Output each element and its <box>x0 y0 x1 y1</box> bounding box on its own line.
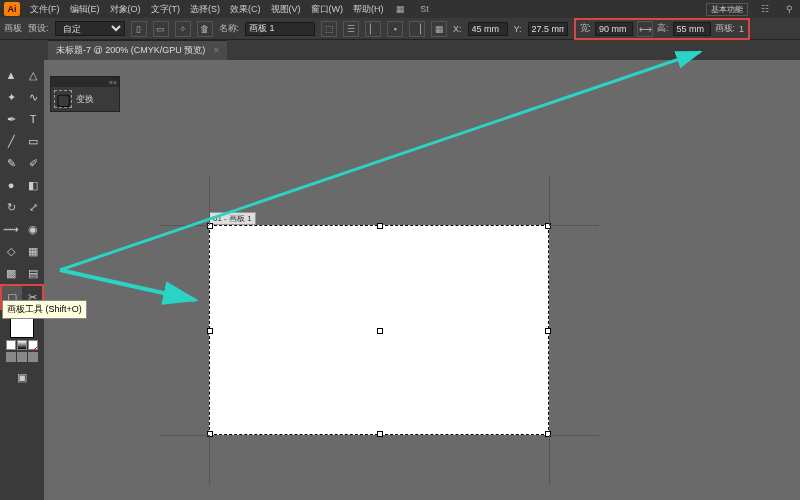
w-label: 宽: <box>580 22 592 35</box>
handle-tl[interactable] <box>207 223 213 229</box>
pen-tool[interactable]: ✒ <box>0 108 22 130</box>
scale-tool[interactable]: ⤢ <box>22 196 44 218</box>
artboard-name-input[interactable] <box>245 22 315 36</box>
x-label: X: <box>453 24 462 34</box>
artboard-selection <box>209 225 549 435</box>
preset-select[interactable]: 自定 <box>55 21 125 36</box>
width-tool[interactable]: ⟿ <box>0 218 22 240</box>
crop-mark <box>549 225 599 226</box>
menu-type[interactable]: 文字(T) <box>151 3 181 16</box>
rotate-tool[interactable]: ↻ <box>0 196 22 218</box>
artboards-label: 画板: <box>715 22 736 35</box>
stock-icon[interactable]: St <box>418 2 432 16</box>
align-l-icon[interactable]: ▏ <box>365 21 381 37</box>
handle-mr[interactable] <box>545 328 551 334</box>
warp-tool[interactable]: ◉ <box>22 218 44 240</box>
menu-object[interactable]: 对象(O) <box>110 3 141 16</box>
crop-mark <box>549 175 550 225</box>
y-label: Y: <box>514 24 522 34</box>
pencil-tool[interactable]: ✐ <box>22 152 44 174</box>
mesh-tool[interactable]: ▩ <box>0 262 22 284</box>
shapebuilder-tool[interactable]: ◇ <box>0 240 22 262</box>
screenmode-icon[interactable]: ▣ <box>11 366 33 388</box>
menu-window[interactable]: 窗口(W) <box>311 3 344 16</box>
crop-mark <box>209 175 210 225</box>
toolbox: ▲△ ✦∿ ✒T ╱▭ ✎✐ ●◧ ↻⤢ ⟿◉ ◇▦ ▩▤ ▢✂ 画板工具 (S… <box>0 60 44 500</box>
align-c-icon[interactable]: ▪ <box>387 21 403 37</box>
h-label: 高: <box>657 22 669 35</box>
handle-br[interactable] <box>545 431 551 437</box>
drawmode-behind-icon[interactable] <box>17 352 27 362</box>
panel-close-icon[interactable]: × <box>113 79 117 86</box>
orientation-landscape-icon[interactable]: ▭ <box>153 21 169 37</box>
menu-effect[interactable]: 效果(C) <box>230 3 261 16</box>
rectangle-tool[interactable]: ▭ <box>22 130 44 152</box>
options-icon[interactable]: ☰ <box>343 21 359 37</box>
handle-tc[interactable] <box>377 223 383 229</box>
handle-bl[interactable] <box>207 431 213 437</box>
transform-icon: ▢ <box>54 90 72 108</box>
gradient-tool[interactable]: ▤ <box>22 262 44 284</box>
arrange-icon[interactable]: ☷ <box>758 2 772 16</box>
bridge-icon[interactable]: ▦ <box>394 2 408 16</box>
tab-title: 未标题-7 @ 200% (CMYK/GPU 预览) <box>56 45 205 55</box>
handle-tr[interactable] <box>545 223 551 229</box>
selection-tool[interactable]: ▲ <box>0 64 22 86</box>
align-r-icon[interactable]: ▕ <box>409 21 425 37</box>
control-preset-label: 预设: <box>28 22 49 35</box>
none-swatch[interactable] <box>28 340 38 350</box>
menu-edit[interactable]: 编辑(E) <box>70 3 100 16</box>
drawmode-normal-icon[interactable] <box>6 352 16 362</box>
direct-selection-tool[interactable]: △ <box>22 64 44 86</box>
y-input[interactable] <box>528 22 568 36</box>
menu-file[interactable]: 文件(F) <box>30 3 60 16</box>
link-wh-icon[interactable]: ⟷ <box>637 21 653 37</box>
transform-label: 变换 <box>76 93 94 106</box>
crop-mark <box>549 435 550 485</box>
magic-wand-tool[interactable]: ✦ <box>0 86 22 108</box>
width-input[interactable] <box>595 22 633 36</box>
menu-select[interactable]: 选择(S) <box>190 3 220 16</box>
crop-mark <box>209 435 210 485</box>
gradient-swatch[interactable] <box>17 340 27 350</box>
blob-brush-tool[interactable]: ● <box>0 174 22 196</box>
app-logo: Ai <box>4 2 20 16</box>
document-tab[interactable]: 未标题-7 @ 200% (CMYK/GPU 预览) × <box>48 40 227 60</box>
tab-close-icon[interactable]: × <box>214 45 219 55</box>
artboard-label: 01 - 画板 1 <box>209 212 256 225</box>
height-input[interactable] <box>673 22 711 36</box>
type-tool[interactable]: T <box>22 108 44 130</box>
search-icon[interactable]: ⚲ <box>782 2 796 16</box>
transform-panel[interactable]: » × ▢ 变换 <box>50 76 120 112</box>
handle-ml[interactable] <box>207 328 213 334</box>
new-artboard-icon[interactable]: ✧ <box>175 21 191 37</box>
handle-bc[interactable] <box>377 431 383 437</box>
brush-tool[interactable]: ✎ <box>0 152 22 174</box>
orientation-portrait-icon[interactable]: ▯ <box>131 21 147 37</box>
dimensions-highlight: 宽: ⟷ 高: 画板: 1 <box>574 18 751 40</box>
artboard-tool-tooltip: 画板工具 (Shift+O) <box>2 300 87 319</box>
handle-center[interactable] <box>377 328 383 334</box>
crop-mark <box>159 435 209 436</box>
delete-artboard-icon[interactable]: 🗑 <box>197 21 213 37</box>
perspective-tool[interactable]: ▦ <box>22 240 44 262</box>
menu-help[interactable]: 帮助(H) <box>353 3 384 16</box>
crop-mark <box>549 435 599 436</box>
control-artboard-label: 画板 <box>4 22 22 35</box>
line-tool[interactable]: ╱ <box>0 130 22 152</box>
x-input[interactable] <box>468 22 508 36</box>
move-artwork-icon[interactable]: ⬚ <box>321 21 337 37</box>
color-swatch[interactable] <box>6 340 16 350</box>
workspace-switcher[interactable]: 基本功能 <box>706 3 748 16</box>
lasso-tool[interactable]: ∿ <box>22 86 44 108</box>
reference-point-icon[interactable]: ▦ <box>431 21 447 37</box>
artboards-value: 1 <box>739 24 744 34</box>
menu-view[interactable]: 视图(V) <box>271 3 301 16</box>
eraser-tool[interactable]: ◧ <box>22 174 44 196</box>
drawmode-inside-icon[interactable] <box>28 352 38 362</box>
crop-mark <box>159 225 209 226</box>
control-name-label: 名称: <box>219 22 240 35</box>
canvas[interactable]: 01 - 画板 1 <box>44 60 800 500</box>
